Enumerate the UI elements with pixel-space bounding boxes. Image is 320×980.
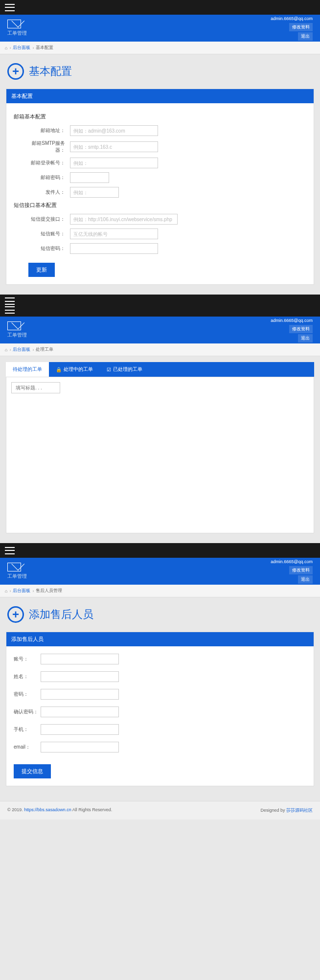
name-input[interactable] xyxy=(41,671,119,682)
tab-pending[interactable]: 待处理的工单 xyxy=(6,362,49,377)
menu-toggle-icon[interactable] xyxy=(5,297,15,305)
breadcrumb-current: 售后人员管理 xyxy=(36,588,62,594)
edit-profile-link[interactable]: 修改资料 xyxy=(289,325,313,333)
menu-toggle-icon[interactable] xyxy=(5,306,15,314)
ticket-list-panel xyxy=(6,377,314,533)
update-button[interactable]: 更新 xyxy=(28,263,55,277)
panel-header: 基本配置 xyxy=(6,89,314,103)
menu-toggle-icon[interactable] xyxy=(5,4,15,11)
email-addr-input[interactable] xyxy=(70,125,158,136)
sms-pwd-input[interactable] xyxy=(70,243,158,254)
panel-header: 添加售后人员 xyxy=(6,632,314,646)
user-panel: admin.6665@qq.com 修改资料 退出 xyxy=(271,559,313,584)
login-input[interactable] xyxy=(70,158,158,168)
footer: © 2019. https://bbs.sasadown.cn All Righ… xyxy=(0,801,320,820)
phone-label: 手机： xyxy=(14,726,41,733)
header-bar: 工单管理 admin.6665@qq.com 修改资料 退出 xyxy=(0,15,320,42)
chevron-right-icon: › xyxy=(32,46,34,50)
sender-input[interactable] xyxy=(70,187,119,198)
user-panel: admin.6665@qq.com 修改资料 退出 xyxy=(271,318,313,342)
email-pwd-label: 邮箱密码： xyxy=(28,174,70,181)
user-email: admin.6665@qq.com xyxy=(271,16,313,21)
breadcrumb-home[interactable]: 后台面板 xyxy=(13,45,30,51)
copyright-prefix: © 2019. xyxy=(7,807,24,812)
password-label: 密码： xyxy=(14,691,41,698)
sms-url-input[interactable] xyxy=(70,214,178,225)
check-icon: ☑ xyxy=(107,367,111,372)
app-title: 工单管理 xyxy=(7,573,27,580)
sms-url-label: 短信提交接口： xyxy=(28,216,70,223)
designed-prefix: Designed by xyxy=(260,808,286,813)
edit-profile-link[interactable]: 修改资料 xyxy=(289,23,313,31)
mail-icon xyxy=(7,563,21,571)
user-email: admin.6665@qq.com xyxy=(271,559,313,564)
title-filter-input[interactable] xyxy=(11,382,60,393)
sms-pwd-label: 短信密码： xyxy=(28,245,70,252)
ticket-tabs: 待处理的工单 🔒处理中的工单 ☑已处理的工单 xyxy=(6,362,314,377)
smtp-label: 邮箱SMTP服务器： xyxy=(28,140,70,154)
chevron-right-icon: › xyxy=(9,46,11,50)
breadcrumb: ⌂ › 后台面板 › 基本配置 xyxy=(0,42,320,54)
copyright-suffix: All Rights Reserved. xyxy=(71,807,113,812)
email-group-title: 邮箱基本配置 xyxy=(14,113,306,120)
breadcrumb: ⌂ › 后台面板 › 售后人员管理 xyxy=(0,585,320,597)
edit-profile-link[interactable]: 修改资料 xyxy=(289,566,313,574)
breadcrumb-home[interactable]: 后台面板 xyxy=(13,588,30,594)
lock-icon: 🔒 xyxy=(56,367,62,372)
submit-button[interactable]: 提交信息 xyxy=(14,764,51,778)
page-title: 添加售后人员 xyxy=(29,607,93,622)
app-title: 工单管理 xyxy=(7,30,27,37)
sms-group-title: 短信接口基本配置 xyxy=(14,202,306,209)
account-label: 账号： xyxy=(14,656,41,662)
user-panel: admin.6665@qq.com 修改资料 退出 xyxy=(271,16,313,41)
top-bar xyxy=(0,543,320,558)
designed-by-link[interactable]: 莎莎源码社区 xyxy=(286,808,313,813)
add-icon[interactable]: + xyxy=(7,63,24,80)
name-label: 姓名： xyxy=(14,673,41,680)
mail-icon xyxy=(7,321,21,330)
tab-processing[interactable]: 🔒处理中的工单 xyxy=(49,362,100,377)
add-staff-panel: 添加售后人员 账号： 姓名： 密码： 确认密码： 手机： email： 提交信息 xyxy=(6,632,314,786)
breadcrumb-home[interactable]: 后台面板 xyxy=(13,346,30,353)
chevron-right-icon: › xyxy=(32,589,34,593)
home-icon[interactable]: ⌂ xyxy=(5,589,7,593)
header-bar: 工单管理 admin.6665@qq.com 修改资料 退出 xyxy=(0,317,320,343)
breadcrumb: ⌂ › 后台面板 › 处理工单 xyxy=(0,343,320,356)
copyright-link[interactable]: https://bbs.sasadown.cn xyxy=(24,807,71,812)
confirm-input[interactable] xyxy=(41,707,119,717)
menu-toggle-icon[interactable] xyxy=(5,547,15,554)
mail-icon xyxy=(7,20,21,28)
account-input[interactable] xyxy=(41,654,119,664)
phone-input[interactable] xyxy=(41,724,119,735)
page-title: 基本配置 xyxy=(29,64,72,79)
email-label: email： xyxy=(14,744,41,751)
chevron-right-icon: › xyxy=(32,347,34,352)
sms-acct-input[interactable] xyxy=(70,228,158,239)
config-panel: 基本配置 邮箱基本配置 邮箱地址： 邮箱SMTP服务器： 邮箱登录帐号： 邮箱密… xyxy=(6,89,314,285)
add-icon[interactable]: + xyxy=(7,606,24,623)
sms-acct-label: 短信账号： xyxy=(28,230,70,237)
chevron-right-icon: › xyxy=(9,347,11,352)
email-input[interactable] xyxy=(41,742,119,752)
breadcrumb-current: 处理工单 xyxy=(36,346,53,353)
email-addr-label: 邮箱地址： xyxy=(28,127,70,134)
home-icon[interactable]: ⌂ xyxy=(5,46,7,50)
breadcrumb-current: 基本配置 xyxy=(36,45,53,51)
logout-link[interactable]: 退出 xyxy=(298,575,313,584)
logout-link[interactable]: 退出 xyxy=(298,32,313,41)
user-email: admin.6665@qq.com xyxy=(271,318,313,323)
password-input[interactable] xyxy=(41,689,119,700)
sender-label: 发件人： xyxy=(28,189,70,196)
top-bar xyxy=(0,295,320,317)
header-bar: 工单管理 admin.6665@qq.com 修改资料 退出 xyxy=(0,558,320,585)
top-bar xyxy=(0,0,320,15)
confirm-label: 确认密码： xyxy=(14,708,41,715)
chevron-right-icon: › xyxy=(9,589,11,593)
home-icon[interactable]: ⌂ xyxy=(5,347,7,352)
app-title: 工单管理 xyxy=(7,332,27,339)
tab-done[interactable]: ☑已处理的工单 xyxy=(100,362,149,377)
login-label: 邮箱登录帐号： xyxy=(28,160,70,166)
email-pwd-input[interactable] xyxy=(70,172,109,183)
logout-link[interactable]: 退出 xyxy=(298,334,313,342)
smtp-input[interactable] xyxy=(70,141,158,152)
